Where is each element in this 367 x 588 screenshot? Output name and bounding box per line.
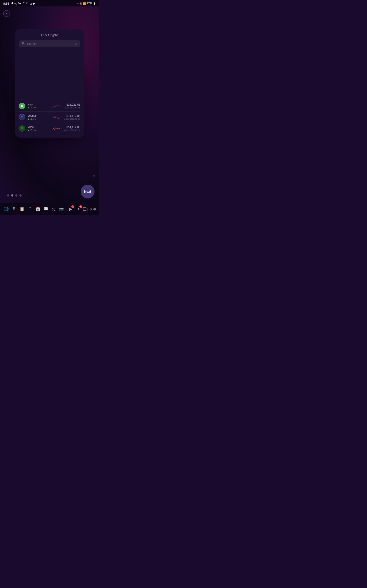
coin-row-vechain[interactable]: V Vechain ▲ 2.1% $14,112.86 MCap $893.43… (19, 111, 80, 123)
coin-list: N Neo ▲ 2.1% $13,221.55 MCap $893.43 Bn … (19, 100, 80, 134)
neo-change: ▲ 2.1% (27, 106, 50, 109)
bg-app-card: ← Buy Crypto 🔍 Search ⚌ N Neo ▲ 2.1% $13… (15, 29, 84, 138)
dot-2 (11, 194, 13, 197)
neo-sparkline (52, 103, 61, 108)
bg-card-title: Buy Crypto (41, 33, 58, 37)
vit-info: Vitae ▲ 2.1% (27, 125, 50, 131)
battery-icon: 🔋 (93, 2, 96, 5)
status-time: 8:56 (3, 2, 9, 5)
vet-sparkline (52, 115, 61, 120)
status-right: ✏ 🔕 📶 97% 🔋 (77, 2, 96, 5)
nav-sticky-icon[interactable]: 🗒 (26, 205, 34, 213)
tolle-badge: 1 (79, 205, 82, 208)
status-bar: 8:56 Mon, Sep 2 🛡 ◻ ▶ • ✏ 🔕 📶 97% 🔋 (0, 0, 99, 6)
dot-4 (19, 194, 22, 197)
vet-info: Vechain ▲ 2.1% (27, 114, 50, 120)
neo-icon: N (19, 103, 25, 109)
wifi-icon: 📶 (83, 2, 86, 5)
nav-back-icon[interactable]: ‹ (91, 206, 92, 212)
neo-name: Neo (27, 103, 50, 106)
vit-change: ▲ 2.1% (27, 129, 50, 131)
coin-row-vitae[interactable]: V Vitae ▲ 2.1% $14,112.86 MCap $893.43 B… (19, 123, 80, 134)
dot-icon: • (36, 2, 37, 5)
bg-card-header: ← Buy Crypto (19, 33, 80, 37)
battery-value: 97% (87, 2, 92, 5)
mute-icon: 🔕 (79, 2, 82, 5)
status-date: Mon, Sep 2 (10, 2, 25, 5)
back-button[interactable]: ← (19, 33, 23, 37)
nav-messages-icon[interactable]: 💬 (42, 205, 50, 213)
nav-fingerprint-icon[interactable]: ☻ (92, 207, 97, 212)
filter-icon[interactable]: ⚌ (75, 42, 77, 45)
neo-price: $13,221.55 MCap $893.43 Bn (64, 103, 80, 109)
dot-1 (7, 194, 9, 197)
pagination-dots (7, 194, 22, 197)
shield-icon: 🛡 (26, 2, 28, 5)
vit-price: $14,112.86 MCap $893.43 Bn (64, 126, 80, 131)
edit-status-icon: ✏ (77, 2, 78, 5)
nav-apps-icon[interactable]: ⠿ (10, 205, 18, 213)
bottom-nav: 🌐 ⠿ 📋 🗒 📅 💬 ◎ 📷 | ▶ 1 T 1 ⊟ ◻ ‹ ☻ (0, 203, 99, 215)
vit-icon: V (19, 125, 25, 132)
nav-globe-icon[interactable]: 🌐 (2, 205, 10, 213)
edit-icon: ✏ (93, 174, 96, 178)
dot-3 (15, 194, 17, 197)
nav-home-bar: ⊟ (83, 206, 87, 212)
search-placeholder: Search (27, 42, 36, 45)
search-bar[interactable]: 🔍 Search ⚌ (19, 40, 80, 47)
close-button[interactable]: ✕ (3, 10, 10, 17)
nav-tolle-icon[interactable]: T 1 (75, 205, 83, 213)
playstore-badge: 1 (71, 205, 74, 208)
coin-row-neo[interactable]: N Neo ▲ 2.1% $13,221.55 MCap $893.43 Bn (19, 100, 80, 111)
nav-notes-icon[interactable]: 📋 (18, 205, 26, 213)
nav-camera-icon[interactable]: 📷 (58, 205, 66, 213)
neo-info: Neo ▲ 2.1% (27, 103, 50, 109)
vet-change: ▲ 2.1% (27, 118, 50, 120)
next-button[interactable]: Next (81, 185, 94, 199)
nav-chrome-icon[interactable]: ◎ (50, 205, 58, 213)
nav-playstore-icon[interactable]: ▶ 1 (67, 205, 75, 213)
nav-recent-icon[interactable]: ◻ (87, 206, 91, 212)
play-icon: ▶ (33, 2, 35, 5)
app-background: ✕ ← Buy Crypto 🔍 Search ⚌ N Neo ▲ 2.1% (0, 6, 99, 203)
next-label: Next (84, 190, 91, 193)
status-left: 8:56 Mon, Sep 2 🛡 ◻ ▶ • (3, 2, 37, 5)
vet-name: Vechain (27, 114, 50, 117)
notification-icon: ◻ (30, 2, 32, 5)
vet-price: $14,112.86 MCap $893.43 Bn (64, 114, 80, 120)
search-icon: 🔍 (22, 42, 25, 45)
vit-name: Vitae (27, 125, 50, 129)
vit-sparkline (52, 126, 61, 131)
vet-icon: V (19, 114, 25, 120)
nav-calendar-icon[interactable]: 📅 (34, 205, 42, 213)
close-icon: ✕ (5, 12, 8, 15)
